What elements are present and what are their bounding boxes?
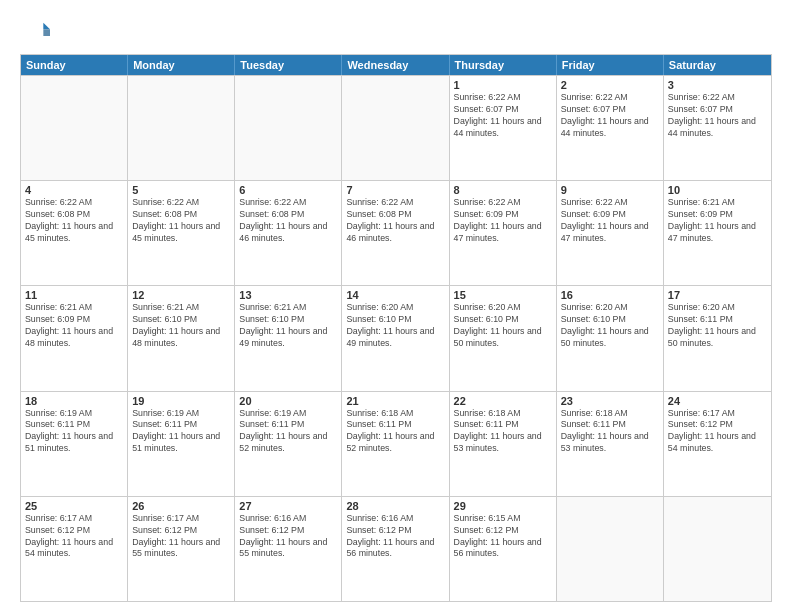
calendar-cell: 2Sunrise: 6:22 AM Sunset: 6:07 PM Daylig… bbox=[557, 76, 664, 180]
calendar-cell: 19Sunrise: 6:19 AM Sunset: 6:11 PM Dayli… bbox=[128, 392, 235, 496]
day-number: 9 bbox=[561, 184, 659, 196]
day-number: 12 bbox=[132, 289, 230, 301]
calendar-cell: 15Sunrise: 6:20 AM Sunset: 6:10 PM Dayli… bbox=[450, 286, 557, 390]
calendar-cell: 14Sunrise: 6:20 AM Sunset: 6:10 PM Dayli… bbox=[342, 286, 449, 390]
day-number: 18 bbox=[25, 395, 123, 407]
day-number: 24 bbox=[668, 395, 767, 407]
day-detail: Sunrise: 6:20 AM Sunset: 6:10 PM Dayligh… bbox=[561, 302, 659, 350]
day-detail: Sunrise: 6:15 AM Sunset: 6:12 PM Dayligh… bbox=[454, 513, 552, 561]
day-detail: Sunrise: 6:18 AM Sunset: 6:11 PM Dayligh… bbox=[454, 408, 552, 456]
day-detail: Sunrise: 6:22 AM Sunset: 6:08 PM Dayligh… bbox=[346, 197, 444, 245]
day-number: 15 bbox=[454, 289, 552, 301]
day-number: 13 bbox=[239, 289, 337, 301]
page: SundayMondayTuesdayWednesdayThursdayFrid… bbox=[0, 0, 792, 612]
day-number: 2 bbox=[561, 79, 659, 91]
weekday-header: Wednesday bbox=[342, 55, 449, 75]
day-number: 5 bbox=[132, 184, 230, 196]
calendar-cell: 4Sunrise: 6:22 AM Sunset: 6:08 PM Daylig… bbox=[21, 181, 128, 285]
day-detail: Sunrise: 6:20 AM Sunset: 6:10 PM Dayligh… bbox=[346, 302, 444, 350]
day-detail: Sunrise: 6:18 AM Sunset: 6:11 PM Dayligh… bbox=[561, 408, 659, 456]
day-detail: Sunrise: 6:16 AM Sunset: 6:12 PM Dayligh… bbox=[346, 513, 444, 561]
day-detail: Sunrise: 6:22 AM Sunset: 6:07 PM Dayligh… bbox=[454, 92, 552, 140]
day-detail: Sunrise: 6:22 AM Sunset: 6:09 PM Dayligh… bbox=[561, 197, 659, 245]
calendar-cell: 25Sunrise: 6:17 AM Sunset: 6:12 PM Dayli… bbox=[21, 497, 128, 601]
day-number: 25 bbox=[25, 500, 123, 512]
calendar-cell bbox=[342, 76, 449, 180]
day-detail: Sunrise: 6:21 AM Sunset: 6:09 PM Dayligh… bbox=[25, 302, 123, 350]
day-number: 3 bbox=[668, 79, 767, 91]
day-number: 16 bbox=[561, 289, 659, 301]
calendar-cell: 5Sunrise: 6:22 AM Sunset: 6:08 PM Daylig… bbox=[128, 181, 235, 285]
calendar-cell bbox=[128, 76, 235, 180]
day-detail: Sunrise: 6:19 AM Sunset: 6:11 PM Dayligh… bbox=[239, 408, 337, 456]
weekday-header: Monday bbox=[128, 55, 235, 75]
day-number: 27 bbox=[239, 500, 337, 512]
day-detail: Sunrise: 6:20 AM Sunset: 6:11 PM Dayligh… bbox=[668, 302, 767, 350]
calendar-row: 4Sunrise: 6:22 AM Sunset: 6:08 PM Daylig… bbox=[21, 180, 771, 285]
calendar-cell: 20Sunrise: 6:19 AM Sunset: 6:11 PM Dayli… bbox=[235, 392, 342, 496]
day-detail: Sunrise: 6:16 AM Sunset: 6:12 PM Dayligh… bbox=[239, 513, 337, 561]
svg-marker-1 bbox=[43, 29, 50, 36]
calendar-cell bbox=[664, 497, 771, 601]
calendar-row: 11Sunrise: 6:21 AM Sunset: 6:09 PM Dayli… bbox=[21, 285, 771, 390]
day-detail: Sunrise: 6:17 AM Sunset: 6:12 PM Dayligh… bbox=[25, 513, 123, 561]
calendar-cell: 1Sunrise: 6:22 AM Sunset: 6:07 PM Daylig… bbox=[450, 76, 557, 180]
day-number: 8 bbox=[454, 184, 552, 196]
calendar-cell: 23Sunrise: 6:18 AM Sunset: 6:11 PM Dayli… bbox=[557, 392, 664, 496]
day-number: 29 bbox=[454, 500, 552, 512]
day-detail: Sunrise: 6:20 AM Sunset: 6:10 PM Dayligh… bbox=[454, 302, 552, 350]
logo bbox=[20, 16, 54, 46]
calendar-cell: 8Sunrise: 6:22 AM Sunset: 6:09 PM Daylig… bbox=[450, 181, 557, 285]
day-detail: Sunrise: 6:17 AM Sunset: 6:12 PM Dayligh… bbox=[132, 513, 230, 561]
calendar: SundayMondayTuesdayWednesdayThursdayFrid… bbox=[20, 54, 772, 602]
day-number: 17 bbox=[668, 289, 767, 301]
logo-icon bbox=[20, 16, 50, 46]
calendar-cell: 24Sunrise: 6:17 AM Sunset: 6:12 PM Dayli… bbox=[664, 392, 771, 496]
calendar-cell: 6Sunrise: 6:22 AM Sunset: 6:08 PM Daylig… bbox=[235, 181, 342, 285]
calendar-cell: 18Sunrise: 6:19 AM Sunset: 6:11 PM Dayli… bbox=[21, 392, 128, 496]
calendar-cell: 11Sunrise: 6:21 AM Sunset: 6:09 PM Dayli… bbox=[21, 286, 128, 390]
calendar-header: SundayMondayTuesdayWednesdayThursdayFrid… bbox=[21, 55, 771, 75]
day-number: 26 bbox=[132, 500, 230, 512]
weekday-header: Tuesday bbox=[235, 55, 342, 75]
day-detail: Sunrise: 6:21 AM Sunset: 6:10 PM Dayligh… bbox=[132, 302, 230, 350]
weekday-header: Sunday bbox=[21, 55, 128, 75]
day-detail: Sunrise: 6:22 AM Sunset: 6:07 PM Dayligh… bbox=[561, 92, 659, 140]
calendar-row: 1Sunrise: 6:22 AM Sunset: 6:07 PM Daylig… bbox=[21, 75, 771, 180]
day-detail: Sunrise: 6:22 AM Sunset: 6:07 PM Dayligh… bbox=[668, 92, 767, 140]
calendar-cell: 13Sunrise: 6:21 AM Sunset: 6:10 PM Dayli… bbox=[235, 286, 342, 390]
calendar-cell: 26Sunrise: 6:17 AM Sunset: 6:12 PM Dayli… bbox=[128, 497, 235, 601]
day-number: 6 bbox=[239, 184, 337, 196]
weekday-header: Thursday bbox=[450, 55, 557, 75]
day-detail: Sunrise: 6:18 AM Sunset: 6:11 PM Dayligh… bbox=[346, 408, 444, 456]
calendar-cell: 21Sunrise: 6:18 AM Sunset: 6:11 PM Dayli… bbox=[342, 392, 449, 496]
calendar-row: 18Sunrise: 6:19 AM Sunset: 6:11 PM Dayli… bbox=[21, 391, 771, 496]
calendar-cell: 12Sunrise: 6:21 AM Sunset: 6:10 PM Dayli… bbox=[128, 286, 235, 390]
calendar-cell: 10Sunrise: 6:21 AM Sunset: 6:09 PM Dayli… bbox=[664, 181, 771, 285]
weekday-header: Friday bbox=[557, 55, 664, 75]
calendar-cell: 27Sunrise: 6:16 AM Sunset: 6:12 PM Dayli… bbox=[235, 497, 342, 601]
svg-marker-0 bbox=[43, 23, 50, 30]
day-number: 19 bbox=[132, 395, 230, 407]
day-number: 23 bbox=[561, 395, 659, 407]
day-number: 14 bbox=[346, 289, 444, 301]
calendar-cell: 17Sunrise: 6:20 AM Sunset: 6:11 PM Dayli… bbox=[664, 286, 771, 390]
calendar-cell: 3Sunrise: 6:22 AM Sunset: 6:07 PM Daylig… bbox=[664, 76, 771, 180]
calendar-cell: 28Sunrise: 6:16 AM Sunset: 6:12 PM Dayli… bbox=[342, 497, 449, 601]
day-number: 22 bbox=[454, 395, 552, 407]
calendar-cell: 7Sunrise: 6:22 AM Sunset: 6:08 PM Daylig… bbox=[342, 181, 449, 285]
day-detail: Sunrise: 6:22 AM Sunset: 6:08 PM Dayligh… bbox=[132, 197, 230, 245]
day-number: 10 bbox=[668, 184, 767, 196]
calendar-cell bbox=[235, 76, 342, 180]
calendar-cell: 9Sunrise: 6:22 AM Sunset: 6:09 PM Daylig… bbox=[557, 181, 664, 285]
weekday-header: Saturday bbox=[664, 55, 771, 75]
day-detail: Sunrise: 6:22 AM Sunset: 6:08 PM Dayligh… bbox=[25, 197, 123, 245]
day-detail: Sunrise: 6:21 AM Sunset: 6:09 PM Dayligh… bbox=[668, 197, 767, 245]
calendar-cell: 29Sunrise: 6:15 AM Sunset: 6:12 PM Dayli… bbox=[450, 497, 557, 601]
calendar-body: 1Sunrise: 6:22 AM Sunset: 6:07 PM Daylig… bbox=[21, 75, 771, 601]
day-detail: Sunrise: 6:17 AM Sunset: 6:12 PM Dayligh… bbox=[668, 408, 767, 456]
calendar-cell: 22Sunrise: 6:18 AM Sunset: 6:11 PM Dayli… bbox=[450, 392, 557, 496]
calendar-row: 25Sunrise: 6:17 AM Sunset: 6:12 PM Dayli… bbox=[21, 496, 771, 601]
day-detail: Sunrise: 6:21 AM Sunset: 6:10 PM Dayligh… bbox=[239, 302, 337, 350]
day-number: 21 bbox=[346, 395, 444, 407]
